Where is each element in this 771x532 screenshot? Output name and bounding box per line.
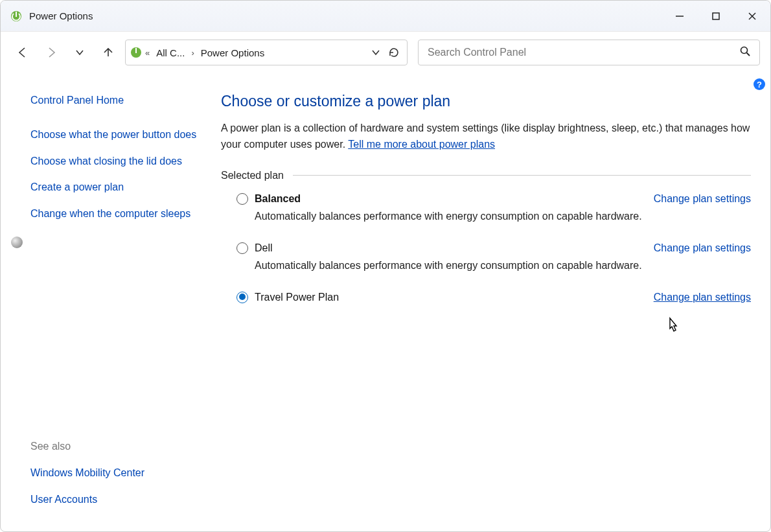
chevron-left-icon[interactable]: « (143, 48, 152, 58)
window-controls (662, 1, 770, 31)
breadcrumb-item[interactable]: Power Options (197, 47, 268, 58)
sidebar-link-mobility-center[interactable]: Windows Mobility Center (30, 465, 203, 481)
back-button[interactable] (11, 41, 34, 64)
sidebar-link-create-plan[interactable]: Create a power plan (30, 179, 203, 196)
svg-line-9 (747, 53, 750, 56)
plan-description: Automatically balances performance with … (255, 209, 751, 224)
svg-point-8 (741, 47, 748, 54)
forward-button[interactable] (40, 41, 63, 64)
navigation-row: « All C... › Power Options (1, 32, 770, 73)
plan-radio[interactable] (236, 193, 248, 205)
plan-description: Automatically balances performance with … (255, 258, 751, 273)
plan-name[interactable]: Dell (255, 242, 654, 254)
svg-rect-3 (713, 13, 719, 19)
plan-radio[interactable] (236, 292, 248, 303)
minimize-button[interactable] (662, 1, 698, 31)
recent-dropdown[interactable] (68, 41, 91, 64)
window-title: Power Options (29, 10, 662, 21)
breadcrumb-item[interactable]: All C... (152, 47, 189, 58)
active-page-indicator-icon (11, 237, 23, 248)
sidebar-link-power-button[interactable]: Choose what the power button does (30, 127, 203, 143)
sidebar-link-computer-sleeps[interactable]: Change when the computer sleeps (30, 206, 203, 222)
power-plan-item: Dell Change plan settings Automatically … (236, 242, 751, 273)
power-options-icon (130, 46, 143, 59)
plan-name[interactable]: Travel Power Plan (255, 292, 654, 303)
section-label: Selected plan (221, 170, 284, 181)
power-options-icon (10, 10, 23, 23)
address-bar[interactable]: « All C... › Power Options (125, 40, 408, 65)
close-button[interactable] (734, 1, 770, 31)
tell-me-more-link[interactable]: Tell me more about power plans (348, 139, 495, 150)
search-icon[interactable] (740, 46, 750, 59)
change-plan-settings-link[interactable]: Change plan settings (654, 193, 751, 205)
sidebar: Control Panel Home Choose what the power… (1, 73, 208, 531)
see-also-label: See also (30, 441, 203, 452)
sidebar-link-user-accounts[interactable]: User Accounts (30, 492, 203, 508)
svg-rect-7 (135, 48, 137, 53)
breadcrumb-dropdown[interactable] (367, 41, 385, 64)
svg-rect-1 (16, 12, 17, 17)
refresh-button[interactable] (385, 41, 403, 64)
up-button[interactable] (97, 41, 120, 64)
section-header: Selected plan (221, 170, 751, 181)
divider (293, 175, 751, 176)
power-plan-item: Travel Power Plan Change plan settings (236, 292, 751, 303)
power-plan-item: Balanced Change plan settings Automatica… (236, 193, 751, 224)
change-plan-settings-link[interactable]: Change plan settings (654, 242, 751, 254)
change-plan-settings-link[interactable]: Change plan settings (654, 292, 751, 303)
titlebar: Power Options (1, 1, 770, 32)
sidebar-home-link[interactable]: Control Panel Home (30, 93, 203, 109)
chevron-right-icon: › (189, 48, 196, 58)
plans-list: Balanced Change plan settings Automatica… (221, 193, 751, 303)
page-description: A power plan is a collection of hardware… (221, 121, 751, 153)
sidebar-link-closing-lid[interactable]: Choose what closing the lid does (30, 154, 203, 170)
plan-radio[interactable] (236, 242, 248, 254)
plan-name[interactable]: Balanced (255, 193, 654, 205)
help-icon[interactable]: ? (754, 78, 765, 90)
main-content: ? Choose or customize a power plan A pow… (208, 73, 770, 531)
search-bar[interactable] (418, 40, 760, 65)
maximize-button[interactable] (698, 1, 734, 31)
page-title: Choose or customize a power plan (221, 93, 751, 110)
search-input[interactable] (428, 47, 740, 58)
